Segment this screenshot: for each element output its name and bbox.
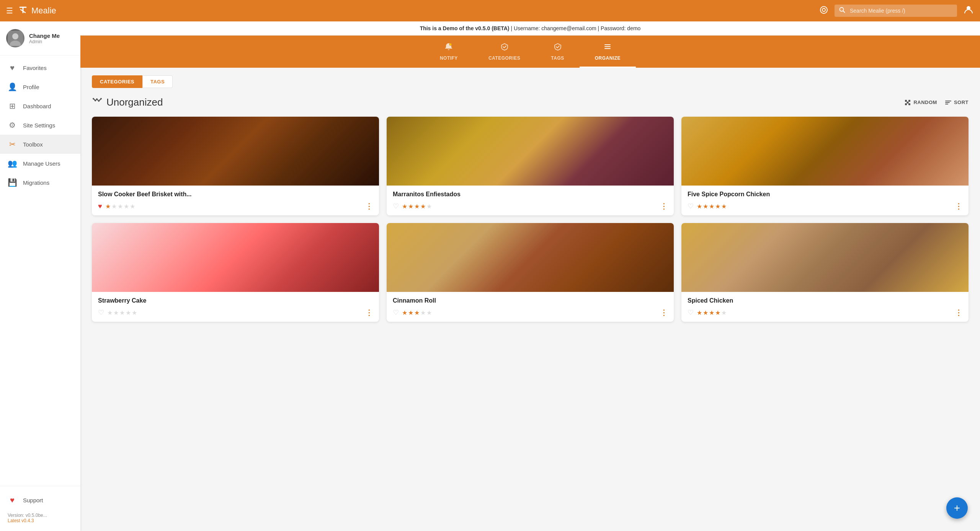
favorite-icon[interactable]: ♡ xyxy=(393,308,399,317)
sidebar-item-migrations[interactable]: 💾 Migrations xyxy=(0,173,80,192)
svg-point-13 xyxy=(98,100,100,102)
sub-nav-item-categories[interactable]: CATEGORIES xyxy=(473,36,536,68)
avatar-image xyxy=(6,29,24,47)
recipe-title: Spiced Chicken xyxy=(688,297,962,304)
sidebar-item-toolbox[interactable]: ✂ Toolbox xyxy=(0,135,80,154)
star-4: ★ xyxy=(124,203,129,210)
star-5: ★ xyxy=(130,203,135,210)
sidebar-item-dashboard[interactable]: ⊞ Dashboard xyxy=(0,96,80,116)
sidebar-item-site-settings[interactable]: ⚙ Site Settings xyxy=(0,116,80,135)
more-options-icon[interactable]: ⋮ xyxy=(955,308,962,317)
star-3: ★ xyxy=(414,203,420,210)
topbar-left: ☰ Mealie xyxy=(6,4,819,17)
recipe-card-footer: ♡ ★★★★★ ⋮ xyxy=(98,308,373,317)
sub-nav-icon-tags xyxy=(554,42,562,53)
recipe-card[interactable]: Marranitos Enfiestados ♡ ★★★★★ ⋮ xyxy=(387,117,674,215)
recipe-card-body: Spiced Chicken ♡ ★★★★★ ⋮ xyxy=(681,292,969,322)
random-label: RANDOM xyxy=(913,99,937,105)
sidebar-icon-manage-users: 👥 xyxy=(8,159,17,168)
tab-tags[interactable]: TAGS xyxy=(142,75,173,88)
svg-point-9 xyxy=(449,43,452,46)
sidebar-label-site-settings: Site Settings xyxy=(23,122,55,129)
recipe-card[interactable]: Five Spice Popcorn Chicken ♡ ★★★★★ ⋮ xyxy=(681,117,969,215)
section-title-icon xyxy=(92,96,103,109)
recipe-actions: ♡ ★★★★★ xyxy=(393,308,432,317)
search-input[interactable] xyxy=(835,5,957,17)
sidebar-item-manage-users[interactable]: 👥 Manage Users xyxy=(0,154,80,173)
user-account-icon[interactable] xyxy=(963,4,974,17)
version-link[interactable]: Latest v0.4.3 xyxy=(8,518,73,523)
svg-point-12 xyxy=(96,98,98,100)
sidebar-icon-toolbox: ✂ xyxy=(8,140,17,149)
sidebar-label-manage-users: Manage Users xyxy=(23,160,60,167)
svg-rect-18 xyxy=(905,103,907,105)
recipe-title: Strawberry Cake xyxy=(98,297,373,304)
recipe-image xyxy=(681,223,969,292)
sidebar-role: Admin xyxy=(29,39,60,44)
star-1: ★ xyxy=(107,309,113,316)
sidebar-item-profile[interactable]: 👤 Profile xyxy=(0,77,80,96)
version-text: Version: v0.5.0be... xyxy=(8,513,47,518)
svg-point-7 xyxy=(12,33,18,39)
more-options-icon[interactable]: ⋮ xyxy=(365,202,373,211)
sidebar-label-profile: Profile xyxy=(23,84,39,90)
more-options-icon[interactable]: ⋮ xyxy=(365,308,373,317)
recipe-card[interactable]: Cinnamon Roll ♡ ★★★★★ ⋮ xyxy=(387,223,674,322)
recipe-actions: ♥ ★★★★★ xyxy=(98,202,135,210)
topbar-logo[interactable]: Mealie xyxy=(18,4,56,17)
recipe-card[interactable]: Slow Cooker Beef Brisket with... ♥ ★★★★★… xyxy=(92,117,379,215)
recipe-card-footer: ♡ ★★★★★ ⋮ xyxy=(688,202,962,211)
sidebar-icon-dashboard: ⊞ xyxy=(8,101,17,111)
recipe-card-footer: ♡ ★★★★★ ⋮ xyxy=(688,308,962,317)
recipe-image xyxy=(681,117,969,186)
search-wrapper xyxy=(835,5,957,17)
recipe-card[interactable]: Strawberry Cake ♡ ★★★★★ ⋮ xyxy=(92,223,379,322)
recipe-card-body: Strawberry Cake ♡ ★★★★★ ⋮ xyxy=(92,292,379,322)
sub-nav-label-notify: NOTIFY xyxy=(440,55,458,61)
favorite-icon[interactable]: ♡ xyxy=(98,308,104,317)
star-5: ★ xyxy=(721,309,727,316)
settings-icon[interactable] xyxy=(819,5,828,16)
sub-nav-item-notify[interactable]: NOTIFY xyxy=(425,36,473,68)
sidebar-label-migrations: Migrations xyxy=(23,179,49,186)
menu-icon[interactable]: ☰ xyxy=(6,6,13,15)
sidebar-icon-migrations: 💾 xyxy=(8,178,17,187)
random-button[interactable]: RANDOM xyxy=(904,97,937,108)
topbar: ☰ Mealie xyxy=(0,0,980,21)
sub-nav-label-tags: TAGS xyxy=(551,55,564,61)
recipe-card[interactable]: Spiced Chicken ♡ ★★★★★ ⋮ xyxy=(681,223,969,322)
sidebar-username: Change Me xyxy=(29,33,60,39)
star-rating: ★★★★★ xyxy=(402,309,432,316)
tab-categories[interactable]: CATEGORIES xyxy=(92,75,142,88)
star-1: ★ xyxy=(402,203,407,210)
sub-nav-item-tags[interactable]: TAGS xyxy=(536,36,579,68)
star-1: ★ xyxy=(105,203,111,210)
sidebar: Change Me Admin ♥ Favorites 👤 Profile ⊞ … xyxy=(0,21,80,531)
star-2: ★ xyxy=(111,203,117,210)
star-rating: ★★★★★ xyxy=(697,309,727,316)
recipe-image xyxy=(387,117,674,186)
sidebar-user-info: Change Me Admin xyxy=(29,33,60,44)
recipe-title: Cinnamon Roll xyxy=(393,297,668,304)
add-recipe-button[interactable]: + xyxy=(946,497,968,519)
favorite-icon[interactable]: ♡ xyxy=(688,202,694,210)
star-4: ★ xyxy=(420,309,426,316)
more-options-icon[interactable]: ⋮ xyxy=(660,308,668,317)
star-4: ★ xyxy=(715,203,720,210)
favorite-icon[interactable]: ♡ xyxy=(688,308,694,317)
sort-button[interactable]: SORT xyxy=(945,97,969,108)
demo-banner-bold: This is a Demo of the v0.5.0 (BETA) xyxy=(420,25,510,31)
more-options-icon[interactable]: ⋮ xyxy=(955,202,962,211)
sidebar-item-favorites[interactable]: ♥ Favorites xyxy=(0,59,80,77)
recipe-card-footer: ♡ ★★★★★ ⋮ xyxy=(393,202,668,211)
recipe-image xyxy=(387,223,674,292)
more-options-icon[interactable]: ⋮ xyxy=(660,202,668,211)
favorite-icon[interactable]: ♡ xyxy=(393,202,399,210)
recipe-card-body: Slow Cooker Beef Brisket with... ♥ ★★★★★… xyxy=(92,186,379,215)
favorite-icon[interactable]: ♥ xyxy=(98,202,102,210)
star-5: ★ xyxy=(721,203,727,210)
sidebar-icon-favorites: ♥ xyxy=(8,64,17,72)
star-2: ★ xyxy=(408,309,413,316)
sub-nav-item-organize[interactable]: ORGANIZE xyxy=(580,36,636,68)
sidebar-item-support[interactable]: ♥ Support xyxy=(0,491,80,510)
